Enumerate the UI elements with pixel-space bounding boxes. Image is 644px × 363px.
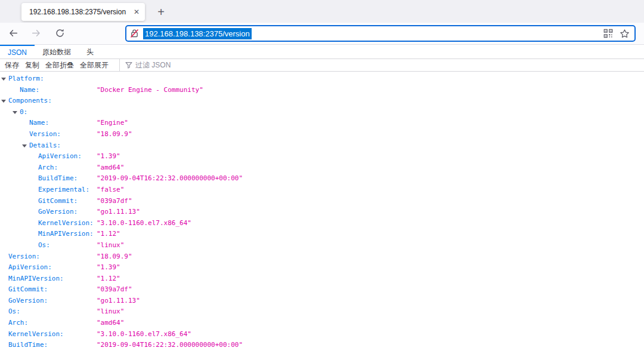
json-row[interactable]: Components: <box>0 96 644 107</box>
json-row[interactable]: 0: <box>0 107 644 118</box>
viewer-tab[interactable]: JSON <box>0 45 35 59</box>
json-row[interactable]: Arch: "amd64" <box>0 162 644 174</box>
json-row[interactable]: ApiVersion: "1.39" <box>0 151 644 162</box>
json-row[interactable]: Version: "18.09.9" <box>0 251 644 263</box>
back-button[interactable] <box>8 29 18 39</box>
json-value: "3.10.0-1160.el7.x86_64" <box>97 218 191 229</box>
json-key: Platform: <box>8 73 44 85</box>
json-key: Os: <box>38 240 50 251</box>
json-row[interactable]: Name: "Engine" <box>0 118 644 129</box>
funnel-icon <box>125 61 132 69</box>
browser-window: 192.168.198.138:2375/version ✕ + 192.168… <box>0 0 644 362</box>
json-value: "amd64" <box>97 318 124 329</box>
viewer-tab[interactable]: 头 <box>79 45 101 59</box>
json-key: Version: <box>8 251 40 263</box>
new-tab-button[interactable]: + <box>153 4 169 20</box>
json-key: Arch: <box>8 318 28 329</box>
json-row[interactable]: GoVersion: "go1.11.13" <box>0 207 644 218</box>
json-key: Arch: <box>38 162 58 174</box>
json-key: MinAPIVersion: <box>8 273 64 285</box>
viewer-tab-label: 头 <box>86 47 94 57</box>
json-value: "false" <box>97 184 124 196</box>
filter-json-input[interactable]: 过滤 JSON <box>125 60 171 70</box>
json-key: Name: <box>29 118 49 129</box>
viewer-tab-label: JSON <box>8 48 27 57</box>
url-bar[interactable]: 192.168.198.138:2375/version <box>125 25 636 42</box>
json-row[interactable]: BuildTime: "2019-09-04T16:22:32.00000000… <box>0 340 644 351</box>
json-row[interactable]: Experimental: "false" <box>0 184 644 196</box>
json-value: "18.09.9" <box>97 251 132 263</box>
bookmark-star-icon[interactable] <box>620 29 630 39</box>
json-row[interactable]: BuildTime: "2019-09-04T16:22:32.00000000… <box>0 173 644 184</box>
json-row[interactable]: Platform: <box>0 73 644 85</box>
viewer-tab[interactable]: 原始数据 <box>35 45 79 59</box>
tab-title: 192.168.198.138:2375/version <box>29 8 130 16</box>
forward-button[interactable] <box>30 29 41 39</box>
json-value: "linux" <box>97 240 124 251</box>
json-row[interactable]: Details: <box>0 140 644 152</box>
twisty-triangle-icon[interactable] <box>22 144 27 147</box>
json-key: GoVersion: <box>38 207 78 218</box>
json-key: GitCommit: <box>38 196 78 207</box>
json-row[interactable]: Arch: "amd64" <box>0 318 644 329</box>
json-row[interactable]: Os: "linux" <box>0 306 644 318</box>
json-row[interactable]: GitCommit: "039a7df" <box>0 284 644 296</box>
json-tree: Platform: Name: "Docker Engine - Communi… <box>0 72 644 362</box>
twisty-triangle-icon[interactable] <box>13 111 17 114</box>
close-tab-icon[interactable]: ✕ <box>134 8 140 16</box>
json-value: "2019-09-04T16:22:32.000000000+00:00" <box>97 340 243 351</box>
json-key: BuildTime: <box>8 340 48 351</box>
json-viewer-toolbar: 保存 复制 全部折叠 全部展开 过滤 JSON <box>0 59 644 72</box>
json-key: GitCommit: <box>8 284 48 296</box>
json-key: KernelVersion: <box>38 218 94 229</box>
twisty-triangle-icon[interactable] <box>1 100 6 103</box>
json-key: Os: <box>8 306 20 318</box>
json-value: "amd64" <box>97 162 124 174</box>
json-viewer-tabs: JSON 原始数据 头 <box>0 45 644 59</box>
json-row[interactable]: ApiVersion: "1.39" <box>0 262 644 273</box>
json-key: KernelVersion: <box>8 329 64 340</box>
twisty-triangle-icon[interactable] <box>1 78 6 81</box>
json-value: "18.09.9" <box>97 129 132 140</box>
insecure-lock-icon[interactable] <box>130 29 139 38</box>
json-row[interactable]: GitCommit: "039a7df" <box>0 196 644 207</box>
reload-icon <box>55 28 65 41</box>
browser-tab[interactable]: 192.168.198.138:2375/version ✕ <box>21 3 145 21</box>
json-row[interactable]: KernelVersion: "3.10.0-1160.el7.x86_64" <box>0 218 644 229</box>
json-value: "1.39" <box>97 151 120 162</box>
browser-tab-bar: 192.168.198.138:2375/version ✕ + <box>0 0 644 23</box>
filter-placeholder: 过滤 JSON <box>135 60 171 70</box>
json-key: ApiVersion: <box>38 151 82 162</box>
json-value: "go1.11.13" <box>97 296 140 307</box>
url-text-selected[interactable]: 192.168.198.138:2375/version <box>143 28 252 39</box>
json-row[interactable]: Os: "linux" <box>0 240 644 251</box>
json-row[interactable]: Version: "18.09.9" <box>0 129 644 140</box>
json-key: Name: <box>20 85 39 96</box>
reload-button[interactable] <box>54 29 65 39</box>
toolbar-button[interactable]: 保存 <box>2 60 21 70</box>
json-row[interactable]: GoVersion: "go1.11.13" <box>0 296 644 307</box>
json-value: "3.10.0-1160.el7.x86_64" <box>97 329 191 340</box>
browser-toolbar: 192.168.198.138:2375/version <box>0 23 644 45</box>
toolbar-button[interactable]: 全部展开 <box>78 60 111 70</box>
viewer-tab-label: 原始数据 <box>42 47 71 57</box>
json-key: BuildTime: <box>38 173 78 184</box>
json-key: 0: <box>20 107 27 118</box>
toolbar-separator <box>119 59 120 72</box>
json-key: GoVersion: <box>8 296 48 307</box>
json-row[interactable]: KernelVersion: "3.10.0-1160.el7.x86_64" <box>0 329 644 340</box>
qr-code-icon[interactable] <box>603 29 613 38</box>
json-row[interactable]: MinAPIVersion: "1.12" <box>0 229 644 240</box>
json-key: ApiVersion: <box>8 262 52 273</box>
json-value: "039a7df" <box>97 196 132 207</box>
toolbar-button[interactable]: 复制 <box>23 60 42 70</box>
json-value: "Docker Engine - Community" <box>97 85 203 96</box>
json-key: Components: <box>8 96 52 107</box>
json-row[interactable]: MinAPIVersion: "1.12" <box>0 273 644 285</box>
json-value: "2019-09-04T16:22:32.000000000+00:00" <box>97 173 243 184</box>
json-row[interactable]: Name: "Docker Engine - Community" <box>0 85 644 96</box>
json-value: "039a7df" <box>97 284 132 296</box>
toolbar-button[interactable]: 全部折叠 <box>43 60 76 70</box>
json-value: "go1.11.13" <box>97 207 140 218</box>
json-value: "linux" <box>97 306 124 318</box>
